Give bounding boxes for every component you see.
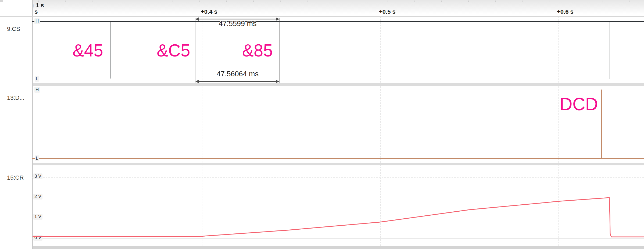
decoded-byte-label: DCD: [560, 95, 598, 113]
measurement-label-top[interactable]: 47.5599 ms: [195, 20, 280, 28]
decoded-byte-label: &85: [242, 42, 273, 59]
level-chip-high: H: [34, 87, 40, 93]
channel-row-cs[interactable]: H L &45 &C5 &85 47.5599 ms 47.56064 ms: [0, 17, 644, 83]
cs-high-level-line: [32, 21, 644, 22]
ruler-tick-label-0.4s: +0.4 s: [201, 8, 217, 15]
corner-block: [0, 0, 3, 2]
voltage-gridline-1v: [32, 218, 644, 218]
dcd-low-level-line: [32, 158, 644, 159]
cs-low-pulse: [110, 22, 110, 79]
ruler-tick-label-0.6s: +0.6 s: [557, 8, 574, 15]
decoded-byte-label: &45: [73, 42, 103, 59]
level-chip-high: H: [34, 18, 40, 24]
measurement-label-bottom[interactable]: 47.56064 ms: [195, 70, 280, 78]
ruler-minor-ticks: [32, 1, 644, 2]
capture-view: ◀ 1 s 3 s +0.4 s +0.5 s +0.6 s 9:CS 13:D…: [0, 0, 644, 249]
ruler-bottom-border: [0, 16, 644, 17]
channel-row-cr[interactable]: 3 V 2 V 1 V 0 V: [0, 165, 644, 246]
voltage-gridline-3v: [32, 177, 644, 178]
channel-divider: [0, 246, 644, 249]
cs-low-pulse: [610, 22, 610, 79]
voltage-chip-0v: 0 V: [33, 235, 42, 241]
dcd-high-pulse: [601, 90, 602, 159]
decoded-byte-label: &C5: [157, 42, 190, 59]
channel-row-dcd[interactable]: H L DCD: [0, 86, 644, 163]
level-chip-low: L: [35, 155, 39, 161]
channel-divider: [0, 163, 644, 165]
voltage-chip-2v: 2 V: [33, 194, 42, 200]
ruler-tick-label-0.5s: +0.5 s: [379, 8, 396, 15]
voltage-gridline-2v: [32, 198, 644, 198]
voltage-chip-3v: 3 V: [33, 173, 42, 179]
ruler-anchor-label: 1 s: [36, 2, 44, 9]
voltage-chip-1v: 1 V: [33, 214, 42, 220]
time-ruler[interactable]: ◀ 1 s 3 s +0.4 s +0.5 s +0.6 s: [32, 0, 644, 17]
level-chip-low: L: [35, 76, 39, 82]
voltage-zero-line: [32, 238, 644, 239]
